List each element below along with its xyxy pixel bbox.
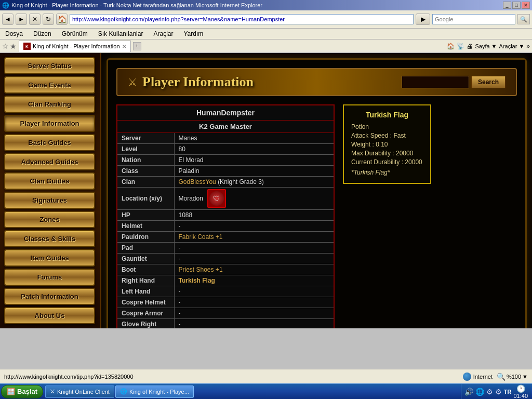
tray-network-icon[interactable]: 🌐	[475, 388, 484, 396]
label-class: Class	[117, 166, 174, 177]
sidebar-item-server-status[interactable]: Server Status	[4, 57, 95, 74]
player-name-row: HumanDempster	[117, 105, 334, 121]
chevron-right-icon[interactable]: »	[526, 43, 530, 50]
value-gauntlet: -	[174, 254, 334, 264]
tools-menu[interactable]: Araçlar ▼	[499, 43, 525, 49]
browser-app-icon: 🌐	[120, 388, 127, 395]
minimize-button[interactable]: _	[503, 2, 511, 9]
sidebar-item-about-us[interactable]: About Us	[4, 307, 95, 324]
taskbar-apps: ⚔ Knight OnLine Client 🌐 King of Knight …	[45, 385, 461, 398]
menu-gorunum[interactable]: Görünüm	[61, 30, 89, 38]
value-level: 80	[174, 144, 334, 155]
start-button[interactable]: 🪟 Başlat	[1, 385, 43, 398]
info-box-weight: Weight : 0.10	[351, 141, 423, 148]
zoom-icon: 🔍	[497, 373, 506, 381]
tab-favicon: K	[23, 43, 31, 50]
table-row: Right Hand Turkish Flag	[117, 275, 334, 286]
value-hp: 1088	[174, 210, 334, 221]
label-cospre-armor: Cospre Armor	[117, 308, 174, 319]
taskbar-app-browser[interactable]: 🌐 King of Knight - Playe...	[115, 385, 194, 398]
sidebar-item-basic-guides[interactable]: Basic Guides	[4, 134, 95, 151]
start-label: Başlat	[17, 388, 37, 395]
search-input[interactable]	[432, 14, 515, 24]
label-boot: Boot	[117, 264, 174, 275]
sidebar-item-forums[interactable]: Forums	[4, 269, 95, 286]
back-button[interactable]: ◄	[2, 14, 14, 25]
table-row: Class Paladin	[117, 166, 334, 177]
table-row: Cospre Helmet -	[117, 297, 334, 308]
print-icon[interactable]: 🖨	[467, 43, 473, 50]
sidebar-item-clan-guides[interactable]: Clan Guides	[4, 172, 95, 190]
window-icon: 🌐	[2, 2, 9, 9]
item-info-box: Turkish Flag Potion Attack Speed : Fast …	[343, 104, 431, 184]
sidebar-item-item-guides[interactable]: Item Guides	[4, 249, 95, 267]
page-search-input[interactable]	[402, 76, 469, 88]
menu-sik[interactable]: Sık Kullanılanlar	[97, 30, 144, 38]
menu-yardim[interactable]: Yardım	[182, 30, 204, 38]
value-pauldron: Fabrik Coats +1	[174, 232, 334, 243]
pauldron-link[interactable]: Fabrik Coats +1	[179, 233, 223, 241]
label-cospre-helmet: Cospre Helmet	[117, 297, 174, 308]
page-menu[interactable]: Sayfa ▼	[475, 43, 497, 49]
home-button[interactable]: 🏠	[56, 14, 68, 25]
sidebar-item-advanced-guides[interactable]: Advanced Guides	[4, 153, 95, 170]
sidebar-item-clan-ranking[interactable]: Clan Ranking	[4, 96, 95, 113]
tab-close-button[interactable]: ✕	[122, 44, 126, 49]
info-box-note: *Turkish Flag*	[351, 169, 423, 176]
table-row: Helmet -	[117, 221, 334, 232]
close-button[interactable]: ✕	[522, 2, 530, 9]
rss-icon[interactable]: 📡	[457, 43, 464, 50]
menu-duzen[interactable]: Düzen	[32, 30, 52, 38]
menu-dosya[interactable]: Dosya	[4, 30, 24, 38]
sidebar-item-player-information[interactable]: Player Information	[4, 115, 95, 132]
taskbar-app-knight[interactable]: ⚔ Knight OnLine Client	[45, 385, 114, 398]
table-row: Gauntlet -	[117, 254, 334, 264]
table-row: Level 80	[117, 144, 334, 155]
menu-araclar[interactable]: Araçlar	[152, 30, 174, 38]
zoom-dropdown-icon[interactable]: ▼	[522, 374, 528, 380]
tray-more-icons[interactable]: ⚙	[495, 388, 502, 396]
sidebar-item-zones[interactable]: Zones	[4, 211, 95, 228]
value-server: Manes	[174, 133, 334, 144]
go-button[interactable]: ▶	[416, 14, 430, 25]
boot-link[interactable]: Priest Shoes +1	[179, 266, 223, 273]
current-tab[interactable]: K King of Knight - Player Information ✕	[19, 41, 131, 52]
location-value: Moradon	[179, 195, 203, 202]
refresh-button[interactable]: ↻	[43, 14, 54, 25]
sidebar-item-game-events[interactable]: Game Events	[4, 76, 95, 94]
menu-bar: Dosya Düzen Görünüm Sık Kullanılanlar Ar…	[0, 29, 532, 39]
location-icon: 🛡	[207, 189, 226, 208]
tray-time: 01:40	[513, 393, 528, 399]
player-name: HumanDempster	[117, 105, 334, 121]
location-icon-inner: 🛡	[209, 191, 224, 206]
title-bar: 🌐 King of Knight - Player Information - …	[0, 0, 532, 10]
home-icon[interactable]: 🏠	[447, 43, 455, 50]
zoom-level: %100	[507, 374, 521, 380]
clan-link[interactable]: GodBlessYou	[179, 178, 216, 185]
search-go-button[interactable]: 🔍	[517, 14, 530, 24]
tab-label: King of Knight - Player Information	[33, 43, 120, 49]
sidebar-item-signatures[interactable]: Signatures	[4, 192, 95, 209]
table-row: Pad -	[117, 243, 334, 254]
address-url[interactable]: http://www.kingofknight.com/playerinfo.p…	[72, 16, 285, 22]
tray-language[interactable]: TR	[504, 389, 512, 395]
label-server: Server	[117, 133, 174, 144]
value-location: Moradon 🛡	[174, 188, 334, 210]
sidebar-item-classes-skills[interactable]: Classes & Skills	[4, 230, 95, 247]
sidebar-item-patch-information[interactable]: Patch Information	[4, 288, 95, 305]
forward-button[interactable]: ►	[16, 14, 27, 25]
status-url: http://www.kingofknight.com/tip.php?id=1…	[4, 374, 459, 380]
tray-extra-icon[interactable]: ⚙	[486, 388, 493, 396]
page-search-button[interactable]: Search	[471, 76, 506, 88]
favorites-star-button[interactable]: ☆	[2, 42, 9, 50]
label-pauldron: Pauldron	[117, 232, 174, 243]
taskbar: 🪟 Başlat ⚔ Knight OnLine Client 🌐 King o…	[0, 383, 532, 399]
tray-sound-icon[interactable]: 🔊	[464, 388, 473, 396]
stop-button[interactable]: ✕	[29, 14, 41, 25]
table-row: Left Hand -	[117, 286, 334, 297]
maximize-button[interactable]: □	[512, 2, 521, 9]
page-title-decoration: ⚔	[128, 76, 137, 88]
add-favorites-button[interactable]: ★	[10, 42, 17, 50]
player-title-row: K2 Game Master	[117, 121, 334, 133]
new-tab-button[interactable]: +	[133, 42, 141, 50]
